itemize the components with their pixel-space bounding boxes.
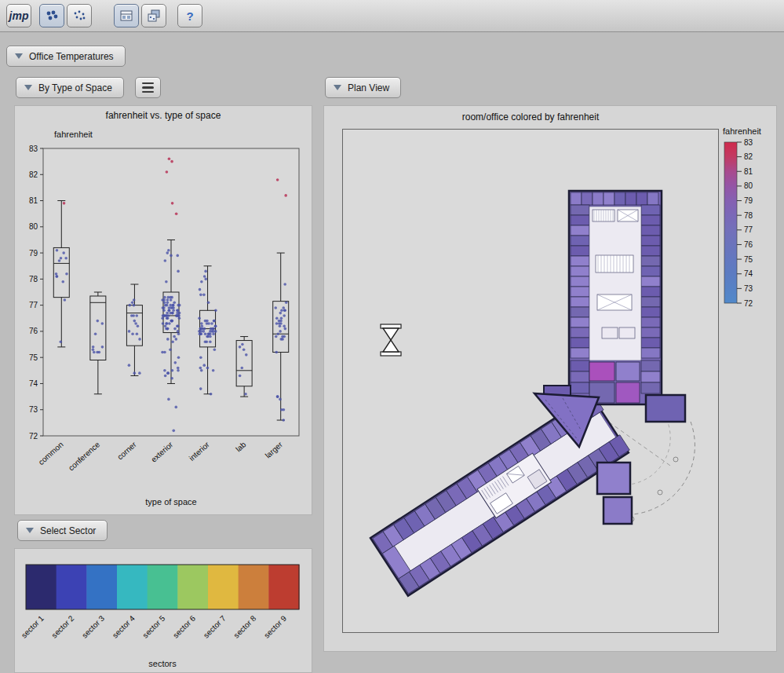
svg-text:sector 7: sector 7 (202, 613, 228, 639)
by-type-of-space-header[interactable]: By Type of Space (16, 77, 124, 98)
sector-gradient-chart[interactable]: sector 1sector 2sector 3sector 4sector 5… (15, 549, 312, 672)
svg-text:fahrenheit vs. type of space: fahrenheit vs. type of space (106, 110, 221, 121)
hamburger-icon (142, 82, 154, 93)
scatter-small-points-button[interactable] (67, 4, 92, 27)
svg-text:sector 2: sector 2 (49, 613, 75, 639)
svg-text:74: 74 (744, 269, 753, 278)
svg-text:80: 80 (744, 181, 753, 190)
svg-text:corner: corner (115, 440, 138, 462)
svg-text:79: 79 (29, 249, 38, 258)
plan-chart-title: room/office colored by fahrenheit (342, 112, 719, 123)
overlay-windows-icon (147, 9, 161, 22)
svg-text:78: 78 (29, 275, 38, 283)
svg-text:sector 8: sector 8 (232, 613, 257, 639)
boxplot-panel: fahrenheit vs. type of spacefahrenheit83… (14, 105, 312, 515)
disclosure-triangle-icon (334, 85, 341, 90)
svg-text:75: 75 (29, 353, 38, 362)
window-button-group (114, 4, 166, 27)
svg-text:lab: lab (234, 440, 248, 453)
svg-text:sector 1: sector 1 (20, 613, 46, 639)
svg-text:81: 81 (744, 167, 753, 176)
scatter-small-dots-icon (72, 9, 86, 22)
svg-text:76: 76 (29, 327, 38, 335)
sector-panel: sector 1sector 2sector 3sector 4sector 5… (14, 548, 312, 673)
svg-text:conference: conference (67, 440, 101, 473)
disclosure-triangle-icon (24, 85, 32, 90)
hourglass-cursor-icon (381, 324, 401, 356)
disclosure-triangle-icon (15, 53, 23, 59)
svg-text:82: 82 (744, 152, 753, 161)
plan-view-header[interactable]: Plan View (325, 77, 401, 98)
scatter-large-points-button[interactable] (39, 4, 64, 27)
by-type-of-space-label: By Type of Space (38, 82, 112, 93)
jmp-window: jmp (0, 0, 784, 673)
svg-text:interior: interior (188, 440, 212, 463)
svg-text:81: 81 (29, 196, 38, 205)
svg-text:80: 80 (29, 222, 38, 231)
svg-text:type of space: type of space (145, 497, 196, 507)
chart-menu-button[interactable] (135, 77, 161, 98)
floorplan-chart[interactable] (342, 129, 719, 633)
select-sector-header[interactable]: Select Sector (17, 520, 108, 541)
svg-text:larger: larger (264, 440, 285, 460)
plan-view-label: Plan View (348, 82, 389, 93)
svg-text:exterior: exterior (149, 440, 175, 464)
svg-text:common: common (37, 440, 65, 466)
svg-text:sector 5: sector 5 (140, 613, 166, 639)
svg-text:83: 83 (29, 144, 38, 153)
boxplot-chart[interactable]: fahrenheit vs. type of spacefahrenheit83… (15, 106, 312, 514)
svg-text:sector 3: sector 3 (80, 613, 106, 639)
plan-window-button[interactable] (114, 4, 139, 27)
toolbar: jmp (0, 0, 784, 32)
svg-text:sector 9: sector 9 (262, 613, 288, 639)
svg-text:fahrenheit: fahrenheit (54, 130, 93, 139)
svg-text:74: 74 (29, 379, 38, 388)
svg-text:78: 78 (744, 211, 753, 220)
svg-text:77: 77 (744, 225, 753, 234)
svg-text:sectors: sectors (148, 659, 177, 668)
disclosure-triangle-icon (26, 528, 34, 533)
svg-text:73: 73 (744, 284, 753, 293)
select-sector-label: Select Sector (40, 525, 96, 536)
jmp-logo-button[interactable]: jmp (6, 4, 31, 27)
svg-text:sector 4: sector 4 (111, 613, 137, 639)
jmp-logo: jmp (9, 9, 29, 22)
help-button[interactable]: ? (177, 4, 202, 27)
svg-text:76: 76 (744, 240, 753, 249)
fahrenheit-legend[interactable]: fahrenheit838281807978777675747372 (721, 125, 776, 439)
svg-text:72: 72 (29, 432, 38, 441)
overlay-windows-button[interactable] (141, 4, 166, 27)
svg-text:fahrenheit: fahrenheit (723, 126, 761, 136)
scatter-large-dots-icon (45, 9, 59, 22)
plan-window-icon (119, 9, 133, 22)
svg-text:73: 73 (29, 405, 38, 414)
svg-text:75: 75 (744, 255, 753, 264)
plan-panel: room/office colored by fahrenheit fahren… (323, 105, 777, 652)
help-icon: ? (186, 9, 193, 23)
scatter-button-group (39, 4, 92, 27)
svg-text:82: 82 (29, 170, 38, 179)
office-temperatures-header[interactable]: Office Temperatures (6, 46, 126, 67)
svg-text:sector 6: sector 6 (171, 613, 197, 639)
office-temperatures-label: Office Temperatures (29, 51, 114, 62)
svg-text:77: 77 (29, 301, 38, 309)
svg-text:83: 83 (744, 138, 753, 147)
svg-text:72: 72 (744, 299, 753, 308)
svg-text:79: 79 (744, 196, 753, 205)
